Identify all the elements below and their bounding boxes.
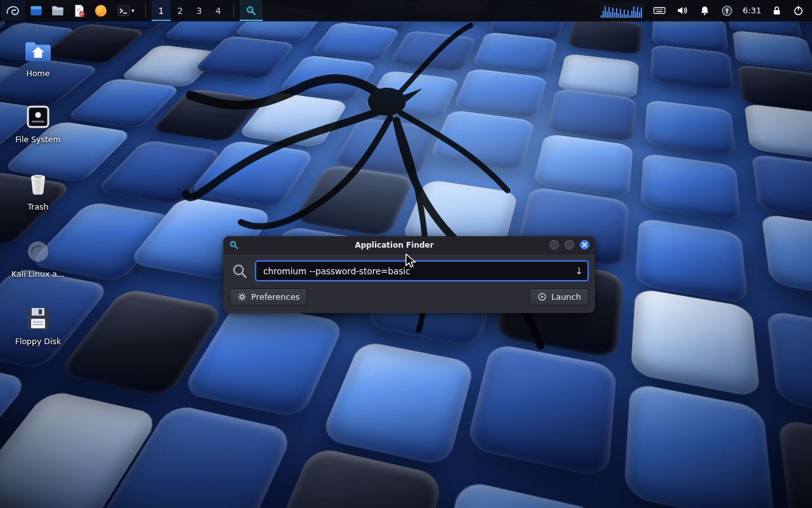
trash-icon — [23, 169, 53, 199]
close-button[interactable] — [580, 240, 589, 250]
cube — [466, 343, 617, 479]
search-icon — [232, 263, 248, 279]
screen-lock[interactable] — [771, 4, 783, 17]
folder-launcher[interactable] — [47, 0, 69, 21]
launch-button[interactable]: Launch — [530, 288, 589, 305]
cube — [744, 104, 812, 163]
desktop-icon-label: File System — [3, 135, 73, 144]
desktop-icon-label: Kali Linux a... — [3, 270, 73, 279]
top-panel: ▾ 1 2 3 4 — [0, 0, 812, 21]
folder-icon — [51, 4, 65, 18]
application-finder-task-icon — [246, 5, 257, 17]
desktop-icon-file-system[interactable]: File System — [3, 102, 73, 144]
home-folder-icon — [23, 36, 53, 66]
workspace-label: 3 — [197, 6, 202, 16]
maximize-button[interactable] — [565, 240, 574, 250]
window-controls — [549, 240, 589, 250]
file-system-icon — [23, 102, 53, 132]
cube — [180, 301, 345, 419]
kali-menu-button[interactable] — [1, 0, 25, 21]
clock[interactable]: 6:31 — [743, 6, 761, 15]
separator — [145, 4, 146, 18]
status-indicator[interactable] — [721, 4, 733, 17]
desktop-icon-kali-linux[interactable]: Kali Linux a... — [3, 236, 73, 279]
titlebar[interactable]: Application Finder — [223, 236, 595, 254]
workspace-label: 1 — [159, 6, 164, 16]
preferences-label: Preferences — [251, 292, 299, 302]
cpu-graph[interactable] — [600, 3, 643, 18]
cube — [752, 154, 812, 226]
update-circle-icon — [721, 4, 733, 17]
cube — [389, 30, 477, 72]
gear-icon — [237, 292, 247, 302]
panel-right: 6:31 — [600, 0, 812, 21]
workspace-label: 4 — [216, 6, 221, 16]
workspace-1[interactable]: 1 — [152, 0, 171, 21]
kali-logo-icon — [5, 3, 22, 19]
speaker-icon — [676, 4, 689, 17]
notifications[interactable] — [698, 4, 711, 17]
cube — [567, 17, 643, 55]
launch-label: Launch — [551, 292, 581, 302]
volume-control[interactable] — [676, 4, 689, 17]
workspace-2[interactable]: 2 — [171, 0, 190, 21]
keyboard-indicator[interactable] — [653, 4, 666, 17]
firefox-launcher[interactable] — [90, 0, 112, 21]
cube — [426, 479, 603, 508]
lock-icon — [771, 4, 783, 17]
cube — [650, 44, 735, 91]
finder-content: ↓ Preferences — [223, 254, 595, 313]
preferences-button[interactable]: Preferences — [230, 288, 307, 305]
desktop-icon-label: Trash — [3, 203, 73, 211]
desktop-icon-home[interactable]: Home — [3, 36, 73, 78]
workspace-4[interactable]: 4 — [209, 0, 228, 21]
terminal-icon — [117, 4, 131, 18]
launch-icon — [537, 292, 547, 302]
cube — [429, 110, 535, 171]
cube — [319, 340, 475, 467]
desktop-icon-floppy-disk[interactable]: Floppy Disk — [3, 304, 73, 346]
file-manager-launcher[interactable] — [25, 0, 47, 21]
chevron-down-icon[interactable]: ▾ — [131, 7, 134, 14]
minimize-button[interactable] — [549, 240, 559, 250]
text-editor-icon — [72, 4, 86, 18]
cube — [624, 382, 776, 508]
cube — [292, 164, 415, 237]
cube — [188, 140, 315, 208]
desktop-icon-label: Floppy Disk — [3, 337, 73, 346]
command-input-wrap: ↓ — [255, 260, 589, 281]
cube — [635, 218, 749, 304]
application-finder-window: Application Finder ↓ — [223, 236, 595, 313]
separator — [233, 4, 234, 18]
file-manager-icon — [29, 4, 43, 18]
cube — [0, 356, 31, 492]
cpu-graph-icon — [600, 3, 643, 18]
text-editor-launcher[interactable] — [69, 0, 90, 21]
keyboard-icon — [653, 4, 666, 17]
application-finder-icon — [229, 240, 239, 250]
search-row: ↓ — [230, 260, 589, 281]
window-title: Application Finder — [239, 241, 549, 250]
command-input[interactable] — [255, 260, 589, 281]
cube — [631, 288, 761, 398]
cube — [363, 70, 460, 119]
dropdown-arrow-icon[interactable]: ↓ — [575, 265, 583, 277]
terminal-launcher[interactable]: ▾ — [112, 0, 140, 21]
cube — [778, 418, 812, 508]
cube — [472, 32, 558, 75]
screen: Home File System Trash Kali Linux a... — [0, 0, 812, 508]
floppy-disk-icon — [23, 304, 53, 334]
close-icon — [582, 242, 587, 248]
cube — [193, 35, 297, 79]
session-logout[interactable] — [792, 4, 804, 17]
cube — [640, 153, 742, 222]
bell-icon — [698, 4, 711, 17]
taskbar-application-finder[interactable] — [240, 0, 263, 21]
workspace-label: 2 — [178, 6, 183, 16]
kali-disc-icon — [23, 236, 53, 267]
cube — [95, 403, 294, 508]
workspace-3[interactable]: 3 — [190, 0, 209, 21]
firefox-icon — [94, 4, 108, 18]
cube — [310, 22, 401, 62]
desktop-icon-trash[interactable]: Trash — [3, 169, 73, 211]
